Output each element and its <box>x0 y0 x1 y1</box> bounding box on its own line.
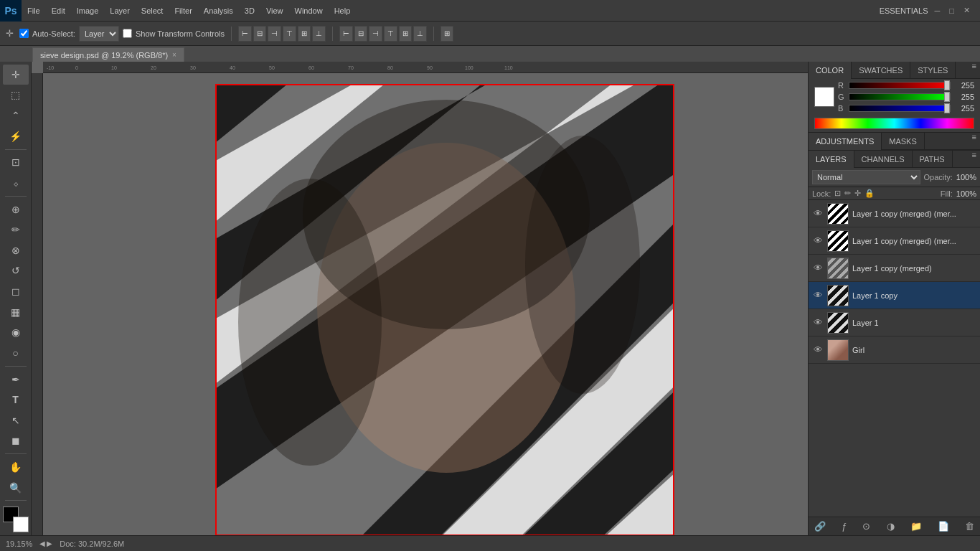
dist-bottom-btn[interactable]: ⊥ <box>413 26 427 42</box>
layer-name[interactable]: Layer 1 copy (merged) (mer... <box>852 237 976 245</box>
menu-view[interactable]: View <box>260 0 289 21</box>
canvas-area[interactable]: -10 0 10 20 30 40 50 60 70 80 90 100 110 <box>32 62 808 535</box>
layers-panel-menu-icon[interactable]: ≡ <box>969 151 980 167</box>
shape-tool-btn[interactable]: ◼ <box>3 431 29 451</box>
align-top-btn[interactable]: ⊤ <box>283 26 296 42</box>
doc-tab-close[interactable]: × <box>172 51 176 59</box>
layer-visibility-icon[interactable]: 👁 <box>812 344 824 355</box>
tab-channels[interactable]: CHANNELS <box>854 151 913 168</box>
color-swatch[interactable] <box>814 87 834 107</box>
tab-styles[interactable]: STYLES <box>910 62 956 79</box>
color-panel-menu-icon[interactable]: ≡ <box>969 62 980 78</box>
dodge-tool-btn[interactable]: ○ <box>3 343 29 363</box>
layer-select[interactable]: Layer <box>79 26 119 42</box>
document-tab[interactable]: sieve design.psd @ 19.2% (RGB/8*) × <box>32 47 184 62</box>
pen-tool-btn[interactable]: ✒ <box>3 369 29 390</box>
lasso-tool-btn[interactable]: ⌃ <box>3 105 29 126</box>
color-spectrum[interactable] <box>814 118 974 129</box>
next-page-btn[interactable]: ▶ <box>47 540 52 547</box>
dist-center-h-btn[interactable]: ⊟ <box>354 26 367 42</box>
menu-select[interactable]: Select <box>136 0 169 21</box>
eyedropper-tool-btn[interactable]: ⬦ <box>3 173 29 193</box>
menu-window[interactable]: Window <box>289 0 329 21</box>
menu-layer[interactable]: Layer <box>104 0 136 21</box>
align-right-btn[interactable]: ⊣ <box>268 26 281 42</box>
menu-image[interactable]: Image <box>71 0 105 21</box>
layer-visibility-icon[interactable]: 👁 <box>812 290 824 301</box>
adjustment-layer-icon[interactable]: ◑ <box>885 521 897 532</box>
dist-right-btn[interactable]: ⊣ <box>369 26 382 42</box>
canvas-content[interactable] <box>43 73 808 535</box>
layer-item[interactable]: 👁 Layer 1 <box>809 309 980 336</box>
show-transform-checkbox[interactable] <box>123 29 132 38</box>
layer-mask-icon[interactable]: ⊙ <box>860 521 872 532</box>
layer-name[interactable]: Girl <box>852 346 976 354</box>
window-close-btn[interactable]: ✕ <box>961 6 973 15</box>
prev-page-btn[interactable]: ◀ <box>39 540 45 547</box>
clone-tool-btn[interactable]: ⊗ <box>3 240 29 260</box>
tab-adjustments[interactable]: ADJUSTMENTS <box>809 133 882 150</box>
blend-mode-select[interactable]: Normal <box>812 170 920 184</box>
layer-visibility-icon[interactable]: 👁 <box>812 208 824 219</box>
fill-value[interactable]: 100% <box>956 189 976 198</box>
tab-paths[interactable]: PATHS <box>913 151 953 168</box>
menu-analysis[interactable]: Analysis <box>198 0 239 21</box>
layer-group-icon[interactable]: 📁 <box>908 521 924 532</box>
lock-all-icon[interactable]: 🔒 <box>864 189 875 198</box>
r-slider-thumb[interactable] <box>944 80 950 90</box>
crop-tool-btn[interactable]: ⊡ <box>3 152 29 172</box>
canvas-image[interactable] <box>215 84 674 535</box>
lock-transparency-icon[interactable]: ⊡ <box>834 189 841 198</box>
menu-edit[interactable]: Edit <box>46 0 71 21</box>
menu-3d[interactable]: 3D <box>239 0 260 21</box>
hand-tool-btn[interactable]: ✋ <box>3 457 29 477</box>
auto-select-checkbox[interactable] <box>19 29 29 38</box>
layer-item[interactable]: 👁 Layer 1 copy <box>809 282 980 309</box>
delete-layer-icon[interactable]: 🗑 <box>963 521 976 532</box>
lock-pixels-icon[interactable]: ✏ <box>844 189 851 198</box>
g-slider-thumb[interactable] <box>944 92 950 102</box>
align-bottom-btn[interactable]: ⊥ <box>312 26 326 42</box>
opacity-value[interactable]: 100% <box>956 173 976 182</box>
layer-visibility-icon[interactable]: 👁 <box>812 263 824 273</box>
new-layer-icon[interactable]: 📄 <box>936 521 951 532</box>
brush-tool-btn[interactable]: ✏ <box>3 220 29 240</box>
gradient-tool-btn[interactable]: ▦ <box>3 302 29 322</box>
move-tool-btn[interactable]: ✛ <box>3 65 29 85</box>
menu-filter[interactable]: Filter <box>169 0 197 21</box>
layer-visibility-icon[interactable]: 👁 <box>812 317 824 328</box>
zoom-tool-btn[interactable]: 🔍 <box>3 478 29 498</box>
tab-color[interactable]: COLOR <box>809 62 852 79</box>
tab-masks[interactable]: MASKS <box>882 133 925 150</box>
layer-item[interactable]: 👁 Girl <box>809 336 980 364</box>
menu-help[interactable]: Help <box>329 0 357 21</box>
b-slider-thumb[interactable] <box>944 103 950 113</box>
link-layers-icon[interactable]: 🔗 <box>812 521 828 532</box>
healing-tool-btn[interactable]: ⊕ <box>3 199 29 220</box>
layer-name[interactable]: Layer 1 copy <box>852 291 976 300</box>
tab-swatches[interactable]: SWATCHES <box>852 62 910 79</box>
background-color[interactable] <box>13 517 29 532</box>
blur-tool-btn[interactable]: ◉ <box>3 322 29 342</box>
text-tool-btn[interactable]: T <box>3 390 29 410</box>
layer-visibility-icon[interactable]: 👁 <box>812 235 824 246</box>
dist-top-btn[interactable]: ⊤ <box>384 26 397 42</box>
b-slider-track[interactable] <box>849 105 951 112</box>
layer-name[interactable]: Layer 1 copy (merged) <box>852 264 976 273</box>
window-restore-btn[interactable]: □ <box>946 6 957 15</box>
marquee-tool-btn[interactable]: ⬚ <box>3 85 29 105</box>
r-slider-track[interactable] <box>849 82 951 89</box>
align-center-h-btn[interactable]: ⊟ <box>253 26 266 42</box>
history-tool-btn[interactable]: ↺ <box>3 261 29 281</box>
align-left-btn[interactable]: ⊢ <box>238 26 252 42</box>
menu-file[interactable]: File <box>22 0 46 21</box>
align-middle-v-btn[interactable]: ⊞ <box>298 26 311 42</box>
fg-bg-colors[interactable] <box>3 507 29 532</box>
lock-position-icon[interactable]: ✛ <box>854 189 861 198</box>
dist-left-btn[interactable]: ⊢ <box>339 26 353 42</box>
auto-align-btn[interactable]: ⊞ <box>440 26 453 42</box>
layer-name[interactable]: Layer 1 <box>852 319 976 327</box>
essentials-label[interactable]: ESSENTIALS <box>880 6 928 15</box>
quick-select-tool-btn[interactable]: ⚡ <box>3 126 29 146</box>
layer-item[interactable]: 👁 Layer 1 copy (merged) (mer... <box>809 200 980 227</box>
